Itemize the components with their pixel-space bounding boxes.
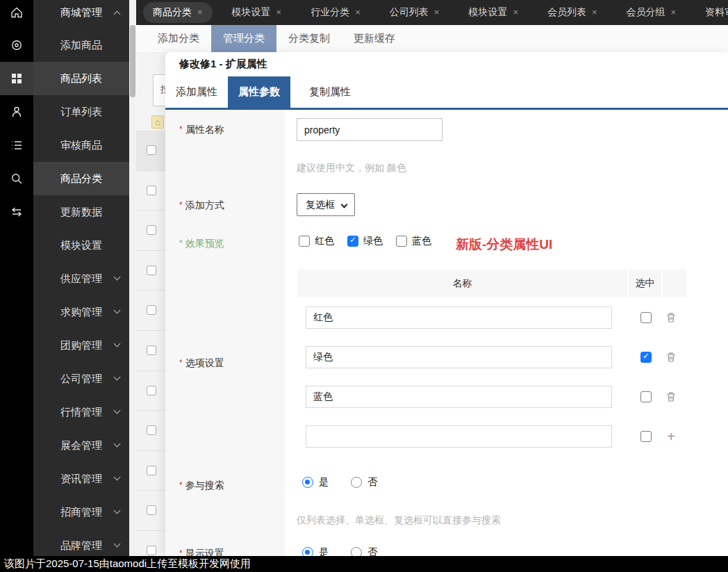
row-checkbox[interactable] [147,145,156,155]
preview-label: *效果预览 [179,238,224,250]
tab-module-settings-2[interactable]: 模块设置× [458,2,528,23]
sidebar-item-product-category[interactable]: 商品分类 [33,162,129,195]
user-icon[interactable] [0,95,33,129]
option-input[interactable] [306,425,612,448]
option-row-4: + [297,425,686,448]
tab-add-category[interactable]: 添加分类 [146,25,211,52]
sidebar-item-product-list[interactable]: 商品列表 [33,62,129,95]
close-icon[interactable]: × [513,7,518,17]
close-icon[interactable]: × [434,7,440,17]
chevron-down-icon [114,474,121,481]
row-checkbox[interactable] [147,186,156,195]
partial-next-row: *显示设置 是 否 [165,546,728,556]
option-checkbox[interactable] [640,312,652,323]
close-icon[interactable]: × [671,7,677,17]
tab-member-group[interactable]: 会员分组× [617,2,686,23]
close-icon[interactable]: × [592,7,597,17]
tab-company-list[interactable]: 公司列表× [380,2,449,23]
option-input[interactable] [306,346,612,368]
sidebar-item-exhibition[interactable]: 展会管理 [33,429,129,462]
tab-product-category[interactable]: 商品分类× [143,2,213,23]
tab-manage-category[interactable]: 管理分类 [211,25,276,52]
sidebar-item-buying[interactable]: 求购管理 [33,295,129,329]
delete-icon[interactable] [664,311,678,325]
row-checkbox[interactable] [147,505,156,515]
tab-member-list[interactable]: 会员列表× [538,2,607,23]
swap-icon[interactable] [0,195,33,229]
close-icon[interactable]: × [355,7,361,17]
preview-checkbox-blue[interactable] [396,236,407,247]
preview-checkbox-green[interactable] [347,236,358,247]
preview-options: 红色 绿色 蓝色 [299,235,440,247]
tab-copy-attribute[interactable]: 复制属性 [299,76,361,108]
row-checkbox[interactable] [147,386,156,395]
radio-no[interactable] [351,547,362,556]
sidebar-item-order-list[interactable]: 订单列表 [33,95,129,129]
sidebar-item-invest[interactable]: 招商管理 [33,496,129,529]
row-checkbox[interactable] [147,305,156,315]
option-checkbox[interactable] [640,391,652,402]
row-checkbox[interactable] [147,425,156,435]
sidebar-item-company[interactable]: 公司管理 [33,362,129,395]
option-checkbox[interactable] [640,352,652,363]
sidebar-item-update-data[interactable]: 更新数据 [33,195,129,229]
sidebar-item-news[interactable]: 资讯管理 [33,462,129,496]
tab-copy-category[interactable]: 分类复制 [276,25,342,52]
row-checkbox[interactable] [147,546,156,555]
row-checkbox[interactable] [147,225,156,235]
folder-home-icon[interactable]: ⌂ [151,115,164,129]
delete-icon[interactable] [664,390,678,404]
header-name: 名称 [297,270,627,297]
chevron-down-icon [114,341,121,348]
option-input[interactable] [306,307,612,329]
option-row-1 [297,307,686,329]
options-table-header: 名称 选中 [297,270,686,297]
grid-icon[interactable] [0,62,33,95]
chevron-down-icon [114,274,121,281]
search-icon[interactable] [0,162,33,195]
search-radios: 是 否 [302,476,394,489]
sidebar-group-shop[interactable]: 商城管理 [33,0,129,25]
sidebar-item-groupbuy[interactable]: 团购管理 [33,329,129,362]
row-checkbox[interactable] [147,345,156,355]
sidebar-item-market[interactable]: 行情管理 [33,395,129,429]
attribute-editor-panel: 修改修1 - 扩展属性 添加属性 属性参数 复制属性 *属性名称 建议使用中文，… [165,52,728,556]
partial-label: *显示设置 [179,548,224,556]
list-icon[interactable] [0,129,33,162]
radio-yes[interactable] [302,477,313,488]
panel-title: 修改修1 - 扩展属性 [179,58,267,71]
required-marker: * [179,480,183,490]
search-label: *参与搜索 [179,480,224,492]
add-icon[interactable]: + [664,430,678,443]
tab-module-settings-1[interactable]: 模块设置× [222,2,292,23]
close-icon[interactable]: × [276,7,282,17]
row-checkbox[interactable] [147,466,156,475]
scrollbar-thumb[interactable] [130,25,135,97]
sidebar-item-supply[interactable]: 供应管理 [33,262,129,295]
home-icon[interactable] [0,0,33,25]
tab-add-attribute[interactable]: 添加属性 [165,76,228,108]
option-input[interactable] [306,386,612,408]
attr-name-input[interactable] [297,118,442,141]
delete-icon[interactable] [664,350,678,364]
sidebar-item-add-product[interactable]: 添加商品 [33,28,129,62]
sidebar-item-module-settings[interactable]: 模块设置 [33,229,129,262]
tab-attribute-params[interactable]: 属性参数 [228,76,290,108]
chevron-up-icon [114,11,121,18]
vertical-scrollbar[interactable] [129,0,136,556]
tab-industry-category[interactable]: 行业分类× [301,2,370,23]
header-actions [663,270,686,297]
radio-no[interactable] [351,477,362,488]
row-checkbox[interactable] [147,265,156,275]
chevron-down-icon [341,202,348,209]
option-checkbox[interactable] [640,431,652,442]
tab-update-cache[interactable]: 更新缓存 [342,25,407,52]
tab-data-review[interactable]: 资料审核× [695,2,728,23]
target-icon[interactable] [0,28,33,62]
sidebar-item-review-product[interactable]: 审核商品 [33,129,129,162]
add-mode-select[interactable]: 复选框 [297,193,355,216]
close-icon[interactable]: × [197,7,203,17]
radio-yes[interactable] [302,547,313,556]
chevron-down-icon [114,441,121,448]
preview-checkbox-red[interactable] [299,236,310,247]
